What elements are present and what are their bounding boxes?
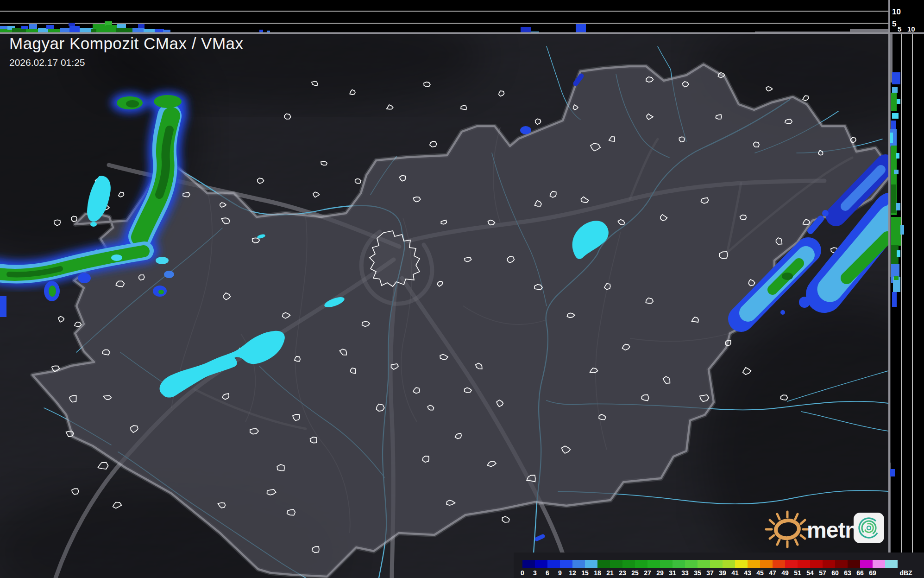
colorbar-tick: 57	[819, 569, 826, 577]
colorbar-step	[748, 560, 760, 568]
town-outline	[719, 252, 728, 259]
echo-pixel	[21, 26, 28, 29]
colorbar-step	[610, 560, 622, 568]
echo-pixel	[892, 292, 897, 307]
town-outline	[284, 114, 291, 119]
colorbar-tick: 69	[869, 569, 876, 577]
page-title: Magyar Kompozit CMax / VMax	[9, 34, 244, 53]
right-profile-panel	[889, 33, 924, 578]
colorbar-step	[723, 560, 735, 568]
echo-pixel	[891, 184, 896, 213]
colorbar-tick: 63	[844, 569, 851, 577]
colorbar-step	[710, 560, 723, 568]
colorbar-tick: 37	[706, 569, 714, 577]
colorbar-tick: 35	[694, 569, 701, 577]
town-outline	[310, 437, 317, 443]
header: Magyar Kompozit CMax / VMax 2026.02.17 0…	[9, 34, 244, 68]
echo-pixel	[891, 217, 901, 246]
colorbar-tick: 43	[744, 569, 751, 577]
town-outline	[725, 340, 731, 346]
colorbar-tick: 15	[581, 569, 589, 577]
echo-pixel	[521, 27, 531, 32]
echo-pixel	[46, 25, 54, 29]
colorbar-step	[622, 560, 635, 568]
horizontal-separator	[0, 32, 924, 34]
colorbar-step	[572, 560, 585, 568]
town-outline	[422, 456, 429, 463]
map-area	[0, 5, 924, 578]
echo-pixel	[896, 153, 899, 159]
town-outline	[287, 509, 295, 515]
town-outline	[102, 350, 110, 355]
town-outline	[740, 215, 747, 220]
town-outline	[701, 198, 708, 203]
town-outline	[312, 546, 319, 553]
right-axis-label-10: 10	[907, 25, 915, 33]
colorbar-step	[685, 560, 698, 568]
colorbar-step	[647, 560, 660, 568]
app-icon	[854, 513, 884, 543]
town-outline	[277, 464, 284, 470]
town-outline	[54, 220, 61, 226]
colorbar-step	[810, 560, 823, 568]
colorbar-tick: 12	[569, 569, 576, 577]
echo-pixel	[138, 24, 145, 28]
echo-pixel	[892, 72, 900, 84]
town-outline	[716, 114, 721, 119]
colorbar-tick: 27	[644, 569, 651, 577]
colorbar-step	[635, 560, 647, 568]
top-axis-label-5: 5	[892, 19, 896, 28]
town-outline	[818, 150, 823, 155]
echo-pixel	[896, 203, 900, 210]
colorbar-step	[823, 560, 835, 568]
colorbar-step	[560, 560, 572, 568]
colorbar-step	[848, 560, 860, 568]
town-outline	[72, 489, 79, 494]
town-outline	[183, 192, 190, 197]
colorbar-tick: 33	[681, 569, 689, 577]
colorbar-step	[660, 560, 673, 568]
colorbar-tick: 45	[756, 569, 764, 577]
colorbar-tick: 41	[731, 569, 739, 577]
colorbar-tick: 54	[806, 569, 814, 577]
colorbar-tick: 18	[594, 569, 601, 577]
town-outline	[351, 368, 356, 374]
timestamp: 2026.02.17 01:25	[9, 57, 244, 68]
colorbar-step	[547, 560, 560, 568]
right-axis-label-5: 5	[898, 25, 901, 33]
town-outline	[641, 395, 649, 401]
echo-pixel	[891, 93, 897, 111]
colorbar-step	[760, 560, 773, 568]
top-axis-label-10: 10	[892, 7, 901, 16]
echo-pixel	[891, 121, 896, 130]
colorbar-tick: 23	[619, 569, 626, 577]
echo-pixel	[890, 469, 895, 476]
town-outline	[424, 82, 430, 87]
town-outline	[679, 137, 685, 142]
colorbar-tick: 47	[769, 569, 776, 577]
colorbar-step	[773, 560, 785, 568]
town-outline	[321, 161, 327, 165]
town-outline	[461, 106, 466, 110]
colorbar-tick: 39	[719, 569, 726, 577]
colorbar-tick: 0	[521, 569, 524, 577]
colorbar-tick: 9	[558, 569, 562, 577]
colorbar-step	[597, 560, 610, 568]
colorbar-step	[860, 560, 873, 568]
town-outline	[785, 119, 792, 124]
town-outline	[377, 404, 384, 411]
town-outline	[776, 238, 782, 244]
echo-pixel	[894, 170, 899, 174]
colorbar-tick: 49	[781, 569, 789, 577]
echo-pixel	[69, 23, 75, 26]
radar-canvas: 10 5 5 10 metnet	[0, 0, 924, 578]
town-outline	[754, 142, 759, 147]
colorbar-step	[535, 560, 547, 568]
colorbar-unit: dBZ	[899, 569, 912, 577]
vertical-separator	[888, 0, 890, 578]
town-outline	[430, 141, 437, 147]
colorbar-tick: 3	[533, 569, 537, 577]
colorbar-step	[785, 560, 798, 568]
colorbar-tick: 31	[669, 569, 676, 577]
colorbar-step	[735, 560, 748, 568]
